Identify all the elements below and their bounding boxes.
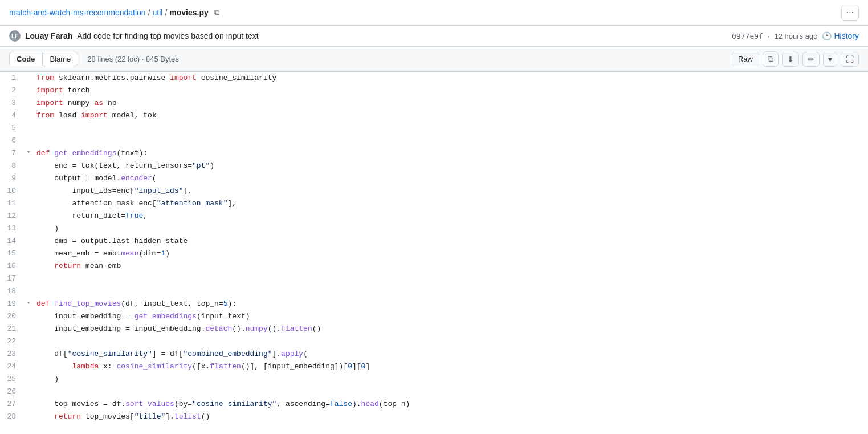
fold-button [23,398,34,411]
line-number[interactable]: 14 [0,235,23,248]
line-number[interactable]: 7 [0,147,23,160]
code-line: return top_movies["title"].tolist() [34,411,868,423]
fold-button [23,235,34,248]
line-number[interactable]: 3 [0,97,23,109]
tab-blame[interactable]: Blame [43,52,79,66]
table-row: 2import torch [0,84,868,97]
code-line: import numpy as np [34,97,868,109]
table-row: 4from load import model, tok [0,109,868,122]
fold-button [23,84,34,97]
line-number[interactable]: 11 [0,197,23,210]
line-number[interactable]: 25 [0,373,23,386]
table-row: 1from sklearn.metrics.pairwise import co… [0,72,868,84]
line-number[interactable]: 12 [0,210,23,222]
breadcrumb: match-and-watch-ms-recommendation / util… [9,8,219,17]
table-row: 23 df["cosine_similarity"] = df["combine… [0,348,868,360]
line-number[interactable]: 18 [0,285,23,298]
fold-button [23,72,34,84]
code-line: df["cosine_similarity"] = df["combined_e… [34,348,868,360]
line-number[interactable]: 6 [0,135,23,147]
fullscreen-button[interactable]: ⛶ [841,52,859,67]
fold-button [23,185,34,197]
edit-dropdown[interactable]: ▾ [823,52,837,67]
line-number[interactable]: 10 [0,185,23,197]
code-line: return_dict=True, [34,210,868,222]
fold-button[interactable]: ▾ [23,298,34,310]
line-number[interactable]: 17 [0,273,23,285]
repo-link[interactable]: match-and-watch-ms-recommendation [9,8,146,17]
commit-meta: 0977e9f · 12 hours ago 🕐 History [732,31,859,40]
line-number[interactable]: 2 [0,84,23,97]
top-bar: match-and-watch-ms-recommendation / util… [0,0,868,26]
table-row: 9 output = model.encoder( [0,172,868,185]
table-row: 7▾def get_embeddings(text): [0,147,868,160]
fold-button [23,411,34,423]
fold-button [23,323,34,335]
code-line: def get_embeddings(text): [34,147,868,160]
table-row: 6 [0,135,868,147]
fold-button [23,210,34,222]
raw-button[interactable]: Raw [732,52,759,66]
line-number[interactable]: 13 [0,222,23,235]
code-line [34,273,868,285]
history-clock-icon: 🕐 [822,31,832,40]
table-row: 11 attention_mask=enc["attention_mask"], [0,197,868,210]
line-number[interactable]: 8 [0,160,23,172]
more-options-button[interactable]: ··· [841,5,859,21]
edit-button[interactable]: ✏ [802,52,820,67]
code-line: enc = tok(text, return_tensors="pt") [34,160,868,172]
code-line: input_ids=enc["input_ids"], [34,185,868,197]
line-number[interactable]: 24 [0,360,23,373]
file-toolbar: Code Blame 28 lines (22 loc) · 845 Bytes… [0,47,868,72]
fold-button [23,335,34,348]
meta-sep: · [142,55,146,63]
line-number[interactable]: 16 [0,260,23,273]
line-number[interactable]: 4 [0,109,23,122]
code-line [34,335,868,348]
table-row: 21 input_embedding = input_embedding.det… [0,323,868,335]
line-number[interactable]: 9 [0,172,23,185]
line-number[interactable]: 5 [0,122,23,135]
tab-code[interactable]: Code [9,52,43,66]
table-row: 20 input_embedding = get_embeddings(inpu… [0,310,868,323]
fold-button [23,172,34,185]
line-number[interactable]: 23 [0,348,23,360]
line-number[interactable]: 21 [0,323,23,335]
code-line [34,135,868,147]
fold-button [23,310,34,323]
table-row: 14 emb = output.last_hidden_state [0,235,868,248]
line-number[interactable]: 27 [0,398,23,411]
table-row: 26 [0,386,868,398]
code-line: attention_mask=enc["attention_mask"], [34,197,868,210]
line-number[interactable]: 28 [0,411,23,423]
file-size: 845 Bytes [146,55,179,63]
table-row: 3import numpy as np [0,97,868,109]
line-number[interactable]: 22 [0,335,23,348]
code-line: top_movies = df.sort_values(by="cosine_s… [34,398,868,411]
fold-button [23,222,34,235]
table-row: 27 top_movies = df.sort_values(by="cosin… [0,398,868,411]
code-line [34,386,868,398]
line-number[interactable]: 15 [0,248,23,260]
table-row: 17 [0,273,868,285]
commit-author[interactable]: Louay Farah [25,31,72,40]
folder-link[interactable]: util [153,8,163,17]
history-label: History [834,31,859,40]
commit-hash[interactable]: 0977e9f [732,32,763,40]
copy-button[interactable]: ⧉ [763,51,779,67]
code-line: return mean_emb [34,260,868,273]
fold-button [23,260,34,273]
file-name: movies.py [169,8,208,17]
line-number[interactable]: 19 [0,298,23,310]
copy-path-icon[interactable]: ⧉ [214,8,219,17]
line-number[interactable]: 26 [0,386,23,398]
history-button[interactable]: 🕐 History [822,31,859,40]
fold-button [23,248,34,260]
line-number[interactable]: 20 [0,310,23,323]
table-row: 13 ) [0,222,868,235]
fold-button[interactable]: ▾ [23,147,34,160]
line-number[interactable]: 1 [0,72,23,84]
code-table: 1from sklearn.metrics.pairwise import co… [0,72,868,423]
download-button[interactable]: ⬇ [782,52,799,67]
commit-message: Add code for finding top movies based on… [77,31,258,40]
